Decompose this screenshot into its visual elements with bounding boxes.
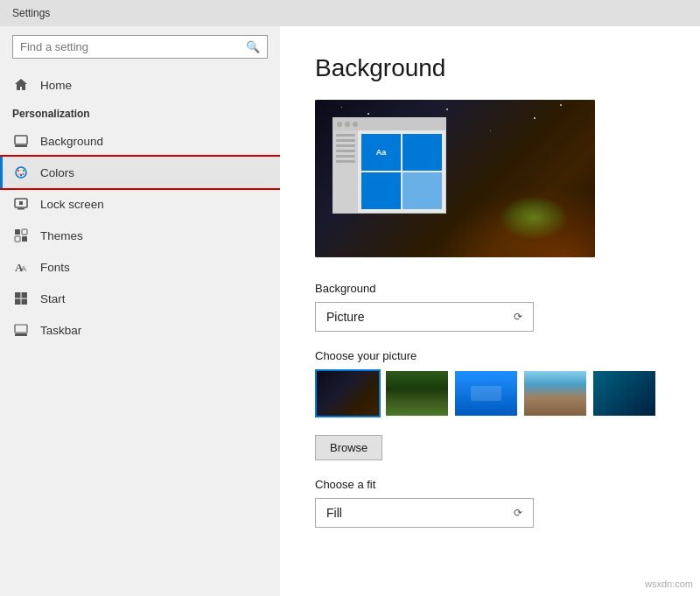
mock-tile-1 (402, 134, 442, 171)
search-icon: 🔍 (246, 40, 260, 53)
app-container: 🔍 Home Personalization Background (0, 26, 700, 596)
preview-window-mockup: Aa (332, 117, 446, 214)
thumbnail-blue[interactable] (453, 369, 519, 417)
svg-point-6 (18, 173, 20, 175)
sidebar-item-taskbar[interactable]: Taskbar (0, 314, 280, 346)
picture-thumbnails (315, 369, 665, 417)
title-bar: Settings (0, 0, 700, 26)
thumb-forest-bg (386, 371, 448, 416)
svg-rect-13 (15, 236, 20, 242)
thumbnail-underwater[interactable] (592, 369, 657, 417)
background-setting: Background Picture ⟳ (315, 282, 665, 332)
sidebar-item-colors-label: Colors (40, 166, 74, 179)
sidebar-item-start[interactable]: Start (0, 283, 280, 314)
themes-icon (12, 228, 30, 242)
svg-rect-19 (15, 299, 21, 305)
lockscreen-icon (12, 197, 30, 211)
main-content: Background (280, 26, 700, 596)
search-container: 🔍 (12, 35, 268, 59)
sidebar-item-background-label: Background (40, 135, 103, 148)
mock-line-3 (336, 144, 355, 147)
watermark: wsxdn.com (645, 578, 693, 589)
choose-fit-value: Fill (326, 506, 342, 520)
choose-fit-dropdown[interactable]: Fill ⟳ (315, 498, 534, 528)
mock-btn-1 (337, 122, 342, 127)
page-title: Background (315, 54, 665, 82)
mock-line-2 (336, 139, 355, 142)
fit-dropdown-arrow-icon: ⟳ (514, 507, 522, 519)
mock-tile-light (402, 172, 442, 209)
thumbnail-forest[interactable] (384, 369, 450, 417)
thumb-rocks-bg (524, 371, 586, 416)
sidebar-item-taskbar-label: Taskbar (40, 324, 81, 337)
svg-rect-20 (22, 299, 28, 305)
svg-rect-1 (15, 145, 27, 147)
thumbnail-rocks[interactable] (522, 369, 588, 417)
start-icon (12, 291, 30, 305)
svg-point-3 (18, 170, 19, 172)
search-input[interactable] (20, 40, 246, 53)
sidebar-item-start-label: Start (40, 292, 66, 305)
mock-tile-aa: Aa (361, 134, 401, 171)
svg-point-5 (20, 174, 22, 176)
sidebar-item-background[interactable]: Background (0, 125, 280, 157)
sidebar-item-lockscreen-label: Lock screen (40, 198, 104, 211)
svg-text:A: A (21, 264, 26, 273)
sidebar-item-home-label: Home (40, 79, 72, 92)
sidebar-item-lockscreen[interactable]: Lock screen (0, 188, 280, 220)
taskbar-icon (12, 323, 30, 337)
svg-rect-17 (15, 292, 21, 298)
search-box[interactable]: 🔍 (12, 35, 268, 59)
fonts-icon: A A (12, 260, 30, 274)
choose-picture-setting: Choose your picture (315, 349, 665, 417)
preview-left-panel (333, 130, 358, 213)
svg-rect-22 (15, 333, 27, 336)
svg-rect-14 (22, 236, 27, 242)
choose-fit-label: Choose a fit (315, 478, 665, 491)
dropdown-arrow-icon: ⟳ (514, 311, 522, 323)
sidebar: 🔍 Home Personalization Background (0, 26, 280, 596)
background-icon (12, 134, 30, 148)
svg-rect-10 (19, 201, 23, 205)
choose-picture-label: Choose your picture (315, 349, 665, 362)
svg-point-7 (23, 173, 24, 175)
colors-icon (12, 165, 30, 179)
mock-btn-2 (345, 122, 350, 127)
sidebar-item-colors[interactable]: Colors (0, 157, 280, 188)
sidebar-item-home[interactable]: Home (0, 69, 280, 101)
sidebar-item-fonts[interactable]: A A Fonts (0, 251, 280, 283)
svg-rect-9 (18, 208, 24, 210)
svg-rect-12 (22, 229, 27, 235)
thumb-underwater-bg (593, 371, 655, 416)
personalization-label: Personalization (0, 101, 280, 125)
background-setting-label: Background (315, 282, 665, 295)
svg-rect-11 (15, 229, 20, 235)
thumb-night-bg (317, 371, 379, 416)
choose-fit-setting: Choose a fit Fill ⟳ (315, 478, 665, 528)
background-dropdown[interactable]: Picture ⟳ (315, 302, 534, 332)
preview-sidebar-mock: Aa (333, 130, 445, 213)
svg-rect-18 (22, 292, 28, 298)
mock-tile-2 (361, 172, 401, 209)
mock-line-6 (336, 160, 355, 163)
browse-button[interactable]: Browse (315, 435, 382, 460)
mock-line-4 (336, 150, 355, 152)
sidebar-item-themes-label: Themes (40, 229, 83, 242)
preview-titlebar (333, 118, 445, 130)
horizon-glow (438, 187, 595, 257)
mock-line-5 (336, 155, 355, 158)
home-icon (12, 78, 30, 92)
background-dropdown-value: Picture (326, 310, 365, 324)
thumbnail-night[interactable] (315, 369, 381, 417)
sidebar-item-themes[interactable]: Themes (0, 220, 280, 251)
mock-btn-3 (353, 122, 358, 127)
svg-rect-0 (15, 136, 27, 144)
svg-point-4 (23, 170, 24, 172)
mock-line-1 (336, 134, 355, 137)
sidebar-item-fonts-label: Fonts (40, 261, 70, 274)
preview-tiles: Aa (358, 130, 445, 213)
title-bar-label: Settings (12, 7, 50, 19)
active-indicator (0, 157, 3, 188)
svg-rect-21 (15, 325, 27, 333)
thumb-blue-bg (455, 371, 517, 416)
